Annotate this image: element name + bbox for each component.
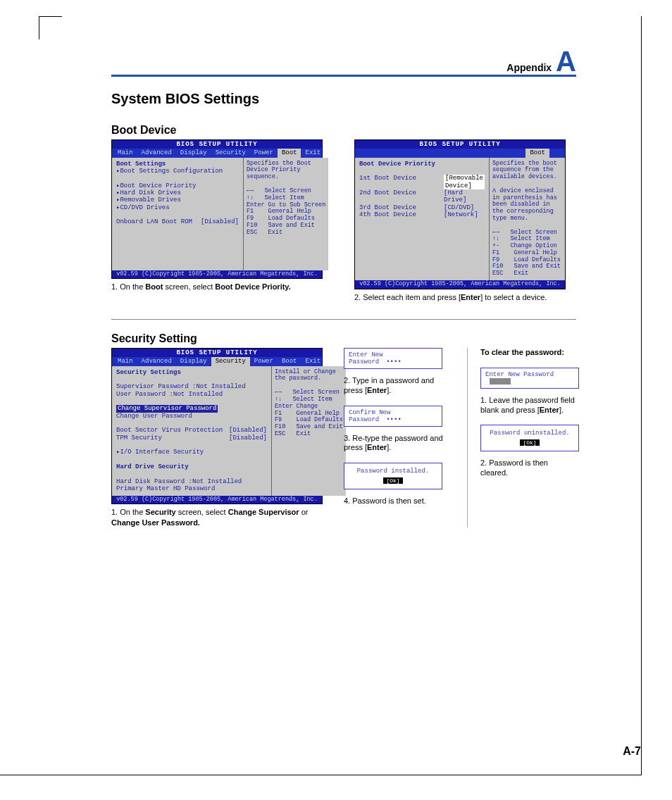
bios-item: Change User Password xyxy=(116,413,267,420)
option-value: [Disabled] xyxy=(229,427,267,434)
menu-item: Power xyxy=(250,149,278,157)
menu-item: Display xyxy=(176,357,211,365)
status-line: Supervisor Password :Not Installed xyxy=(116,383,267,390)
section-boot-heading: Boot Device xyxy=(111,124,576,137)
panel-subheading: Hard Drive Security xyxy=(116,463,267,470)
bios-title: BIOS SETUP UTILITY xyxy=(355,140,565,149)
bios-title: BIOS SETUP UTILITY xyxy=(112,349,322,357)
menu-item: Security xyxy=(211,149,250,157)
steps-clear: To clear the password: Enter New Passwor… xyxy=(467,348,576,527)
key-hints: ←→ Select Screen ↑↓ Select Item +- Chang… xyxy=(492,230,562,277)
row-key: 4th Boot Device xyxy=(359,211,444,218)
bios-menubar: Boot xyxy=(355,149,565,157)
dialog-enter-password: Enter New Password xyxy=(344,348,442,369)
dialog-enter-password-blank: Enter New Password xyxy=(480,368,579,389)
bios-item: Hard Disk Drives xyxy=(116,189,239,196)
row-key: 3rd Boot Device xyxy=(359,204,444,211)
key-hints: ←→ Select Screen ↑↓ Select Item Enter Go… xyxy=(247,188,325,236)
dialog-confirm-password: Confirm New Password xyxy=(344,406,442,427)
panel-heading: Boot Device Priority xyxy=(359,161,485,168)
caption: 4. Password is then set. xyxy=(344,496,446,506)
row-val: [CD/DVD] xyxy=(444,204,474,211)
steps-middle: Enter New Password 2. Type in a password… xyxy=(344,348,446,527)
bios-menubar: Main Advanced Display Security Power Boo… xyxy=(112,149,322,157)
status-line: User Password :Not Installed xyxy=(116,391,267,398)
security-row: BIOS SETUP UTILITY Main Advanced Display… xyxy=(111,348,576,527)
bios-boot-priority: BIOS SETUP UTILITY Boot Boot Device Prio… xyxy=(354,139,566,289)
appendix-label: Appendix xyxy=(506,62,552,73)
row-val-selected: [Removable Device] xyxy=(444,175,485,189)
menu-item: Exit xyxy=(301,149,325,157)
row-key: 1st Boot Device xyxy=(359,175,444,189)
menu-item: Main xyxy=(113,149,137,157)
page-title: System BIOS Settings xyxy=(111,91,576,107)
bios-item: Boot Device Priority xyxy=(116,182,239,189)
menu-item: Main xyxy=(113,357,137,365)
menu-item-active: Boot xyxy=(525,149,549,157)
option-label: Boot Sector Virus Protection xyxy=(116,427,229,434)
appendix-letter: A xyxy=(556,49,576,73)
key-line: ESC Exit xyxy=(492,270,562,277)
caption: 1. On the Boot screen, select Boot Devic… xyxy=(111,282,333,292)
selected-item: Change Supervisor Password xyxy=(116,405,218,412)
bios-security: BIOS SETUP UTILITY Main Advanced Display… xyxy=(111,348,323,504)
bios-title: BIOS SETUP UTILITY xyxy=(112,140,322,149)
caption: 1. On the Security screen, select Change… xyxy=(111,507,323,527)
bios-footer: v02.59 (C)Copyright 1985-2005, American … xyxy=(112,270,322,279)
menu-item: Power xyxy=(250,357,278,365)
status-line: Primary Master HD Password xyxy=(116,485,267,492)
key-line: ESC Exit xyxy=(247,230,325,237)
help-text: Specifies the boot sequence from the ava… xyxy=(492,161,562,223)
menu-item: Boot xyxy=(278,357,301,365)
crop-mark xyxy=(39,16,62,39)
caption: 3. Re-type the password and press [Enter… xyxy=(344,434,446,454)
row-val: [Network] xyxy=(444,211,478,218)
bios-footer: v02.59 (C)Copyright 1985-2005, American … xyxy=(112,496,322,504)
panel-heading: Boot Settings xyxy=(116,161,239,168)
menu-item-active: Boot xyxy=(278,149,301,157)
menu-item: Advanced xyxy=(137,357,176,365)
menu-item: Exit xyxy=(301,357,325,365)
section-security-heading: Security Setting xyxy=(111,332,576,345)
status-line: Hard Disk Password :Not Installed xyxy=(116,478,267,485)
clear-heading: To clear the password: xyxy=(480,348,576,358)
row-key: 2nd Boot Device xyxy=(359,189,444,204)
bios-menubar: Main Advanced Display Security Power Boo… xyxy=(112,357,322,365)
key-line: ESC Exit xyxy=(275,431,343,438)
dialog-password-uninstalled: Password uninstalled. [Ok] xyxy=(480,425,579,451)
panel-heading: Security Settings xyxy=(116,369,267,376)
menu-item-active: Security xyxy=(211,357,250,365)
ok-button: [Ok] xyxy=(520,439,539,446)
page-number: A-7 xyxy=(623,745,641,758)
bios-item: Boot Settings Configuration xyxy=(116,168,239,175)
divider xyxy=(111,319,576,320)
content-area: Appendix A System BIOS Settings Boot Dev… xyxy=(111,49,576,527)
help-text: Install or Change the password. xyxy=(275,369,343,383)
ok-button: [Ok] xyxy=(383,477,402,484)
dialog-password-installed: Password installed. [Ok] xyxy=(344,463,442,489)
caption: 2. Select each item and press [Enter] to… xyxy=(354,292,576,302)
row-val: [Hard Drive] xyxy=(444,189,485,204)
bios-boot-settings: BIOS SETUP UTILITY Main Advanced Display… xyxy=(111,139,323,279)
bios-footer: v02.59 (C)Copyright 1985-2005, American … xyxy=(355,280,565,289)
option-value: [Disabled] xyxy=(229,435,267,442)
caption: 1. Leave the password field blank and pr… xyxy=(480,396,576,415)
caption: 2. Password is then cleared. xyxy=(480,458,576,478)
option-label: TPM Security xyxy=(116,435,229,442)
bios-item: I/O Interface Security xyxy=(116,449,267,456)
boot-row: BIOS SETUP UTILITY Main Advanced Display… xyxy=(111,139,576,302)
bios-item: Removable Drives xyxy=(116,196,239,204)
caption: 2. Type in a password and press [Enter]. xyxy=(344,376,446,396)
key-hints: ←→ Select Screen ↑↓ Select Item Enter Ch… xyxy=(275,389,343,437)
option-label: Onboard LAN Boot ROM xyxy=(116,218,201,225)
menu-item: Advanced xyxy=(137,149,176,157)
option-value: [Disabled] xyxy=(201,218,239,225)
page-header: Appendix A xyxy=(111,49,576,77)
crop-mark xyxy=(39,16,39,39)
bios-item: CD/DVD Drives xyxy=(116,204,239,211)
help-text: Specifies the Boot Device Priority seque… xyxy=(247,161,325,181)
menu-item: Display xyxy=(176,149,211,157)
